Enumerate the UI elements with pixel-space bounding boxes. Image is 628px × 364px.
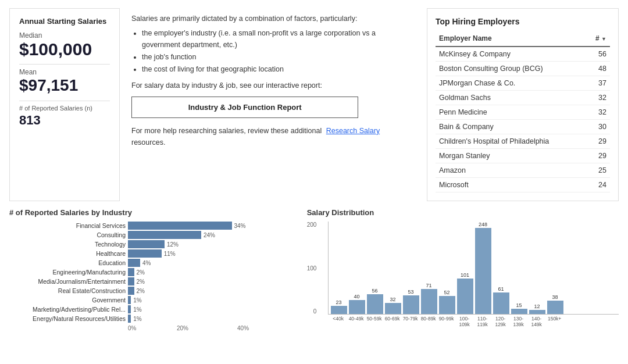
dist-xlabel: <40k: [330, 316, 347, 327]
dist-bar: [421, 289, 437, 314]
bar-label: Government: [9, 297, 126, 304]
bar-fill: [128, 287, 134, 295]
table-row: Penn Medicine 32: [436, 105, 610, 120]
salaries-section: Annual Starting Salaries Median $100,000…: [9, 8, 120, 201]
reported-label: # of Reported Salaries (n): [19, 105, 110, 112]
y-label-0: 0: [313, 308, 317, 315]
bar-pct-label: 34%: [234, 223, 246, 229]
dist-value-label: 56: [372, 288, 378, 294]
dist-xlabel: 60-69k: [384, 316, 401, 327]
bar-fill: [128, 249, 162, 258]
dist-value-label: 52: [444, 290, 450, 295]
distribution-title: Salary Distribution: [307, 208, 619, 217]
dist-col: 23: [331, 222, 347, 314]
distribution-chart-outer: 200 100 0 2340563253715210124861151238 <…: [307, 222, 619, 327]
industry-report-button[interactable]: Industry & Job Function Report: [131, 97, 358, 118]
table-row: Morgan Stanley 29: [436, 149, 610, 163]
bar-pct-label: 24%: [204, 232, 215, 238]
dist-bar: [403, 295, 419, 314]
y-axis-labels: 200 100 0: [307, 222, 319, 315]
dist-value-label: 38: [552, 294, 558, 300]
dist-value-label: 12: [534, 304, 540, 309]
employers-title: Top Hiring Employers: [436, 17, 610, 26]
description-intro: Salaries are primarily dictated by a com…: [131, 13, 415, 25]
dist-value-label: 101: [461, 272, 469, 278]
bar-fill: [128, 296, 131, 304]
dist-bar: [385, 303, 401, 314]
bar-label: Technology: [9, 241, 126, 248]
col-employer-name: Employer Name: [436, 32, 587, 47]
bar-fill: [128, 315, 131, 323]
dist-col: 32: [385, 222, 401, 314]
x-axis-labels: 0% 20% 40%: [128, 325, 293, 331]
bar-row: Energy/Natural Resources/Utilities1%: [9, 315, 293, 323]
dist-value-label: 61: [498, 286, 504, 292]
bar-fill: [128, 277, 134, 286]
bar-fill: [128, 240, 165, 248]
mean-label: Mean: [19, 68, 110, 76]
dist-col: 12: [529, 222, 545, 314]
dist-value-label: 248: [479, 222, 487, 227]
dist-bar: [547, 301, 563, 314]
bullet-1: the employer's industry (i.e. a small no…: [142, 27, 415, 51]
y-label-100: 100: [307, 265, 317, 272]
dist-col: 71: [421, 222, 437, 314]
research-salary-link[interactable]: Research Salary: [326, 127, 380, 135]
dist-bar: [439, 296, 455, 314]
dist-value-label: 53: [408, 289, 414, 295]
bar-row: Healthcare11%: [9, 249, 293, 258]
bar-row: Financial Services34%: [9, 222, 293, 230]
bar-pct-label: 12%: [167, 241, 179, 248]
report-prompt: For salary data by industry & job, see o…: [131, 80, 415, 92]
table-row: Microsoft 24: [436, 178, 610, 192]
bar-pct-label: 2%: [137, 279, 145, 285]
bar-row: Consulting24%: [9, 231, 293, 239]
reported-value: 813: [19, 113, 110, 128]
dist-col: 38: [547, 222, 563, 314]
bar-pct-label: 1%: [133, 306, 141, 313]
bar-label: Marketing/Advertising/Public Rel...: [9, 306, 126, 313]
dist-value-label: 15: [516, 302, 522, 308]
dist-bar: [475, 228, 491, 314]
dist-xlabel: 120-129k: [493, 316, 509, 327]
dist-bar: [493, 292, 509, 314]
salaries-title: Annual Starting Salaries: [19, 17, 110, 26]
dist-value-label: 23: [336, 299, 342, 305]
dist-bar: [367, 294, 383, 314]
mean-value: $97,151: [19, 76, 110, 95]
bar-row: Technology12%: [9, 240, 293, 248]
table-row: Amazon 25: [436, 163, 610, 178]
bar-fill: [128, 268, 134, 276]
dist-xlabel: 100-109k: [456, 316, 473, 327]
dist-xlabel: 40-49k: [348, 316, 365, 327]
dist-xlabel: 80-89k: [420, 316, 437, 327]
bar-pct-label: 1%: [133, 316, 141, 322]
table-row: Children's Hospital of Philadelphia 29: [436, 134, 610, 149]
dist-col: 61: [493, 222, 509, 314]
bar-fill: [128, 231, 201, 239]
dist-col: 101: [457, 222, 473, 314]
table-row: Boston Consulting Group (BCG) 48: [436, 62, 610, 76]
bar-pct-label: 2%: [137, 269, 145, 276]
dist-bar: [349, 300, 365, 314]
bar-label: Financial Services: [9, 222, 126, 229]
employers-table: Employer Name # ▼ McKinsey & Company 56B…: [436, 32, 610, 192]
dist-bar: [511, 309, 527, 314]
bar-label: Consulting: [9, 231, 126, 238]
table-row: JPMorgan Chase & Co. 37: [436, 76, 610, 91]
additional-suffix: resources.: [131, 138, 165, 147]
dist-bar: [331, 306, 347, 314]
dist-xlabel: 150k+: [547, 316, 563, 327]
sort-arrow-icon: ▼: [601, 36, 606, 42]
bar-fill: [128, 305, 131, 313]
bar-pct-label: 2%: [137, 288, 145, 294]
bar-label: Media/Journalism/Entertainment: [9, 278, 126, 285]
description-bullets: the employer's industry (i.e. a small no…: [131, 27, 415, 76]
bar-label: Energy/Natural Resources/Utilities: [9, 315, 126, 322]
bar-pct-label: 11%: [164, 251, 176, 257]
bar-row: Marketing/Advertising/Public Rel...1%: [9, 305, 293, 313]
bullet-2: the job's function: [142, 51, 415, 63]
dist-col: 40: [349, 222, 365, 314]
bar-row: Media/Journalism/Entertainment2%: [9, 277, 293, 286]
industry-chart-section: # of Reported Salaries by Industry Finan…: [9, 208, 293, 331]
